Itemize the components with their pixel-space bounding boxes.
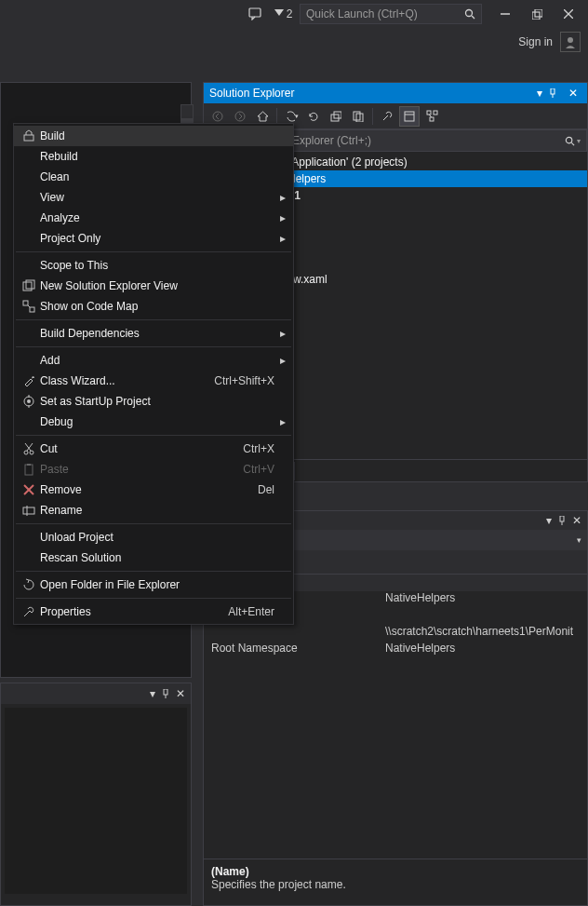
menu-item-rebuild[interactable]: Rebuild — [14, 146, 293, 167]
svg-point-11 — [213, 112, 222, 121]
menu-label: Add — [40, 354, 274, 367]
menu-separator — [16, 319, 291, 320]
menu-item-open-folder-in-file-explorer[interactable]: Open Folder in File Explorer — [14, 575, 293, 595]
menu-label: Project Only — [40, 232, 274, 245]
new-view-icon — [18, 279, 40, 292]
svg-rect-21 — [430, 117, 434, 121]
pin-icon[interactable] — [548, 88, 565, 98]
avatar[interactable] — [560, 32, 581, 52]
properties-button[interactable] — [377, 106, 397, 127]
menu-item-clean[interactable]: Clean — [14, 167, 293, 187]
svg-rect-4 — [532, 12, 540, 20]
panel-close-icon[interactable]: ✕ — [176, 687, 185, 700]
search-icon — [464, 8, 475, 20]
paste-icon — [18, 463, 40, 476]
svg-point-44 — [30, 451, 33, 454]
dropdown-icon[interactable]: ▾ — [577, 535, 581, 545]
output-panel: ▾ ✕ — [0, 683, 192, 906]
menu-item-rename[interactable]: Rename — [14, 500, 293, 521]
menu-label: Class Wizard... — [40, 374, 214, 387]
folder-icon — [18, 578, 40, 591]
signin-row: Sign in — [0, 28, 588, 56]
property-desc-text: Specifies the project name. — [211, 878, 580, 891]
svg-rect-48 — [27, 464, 31, 466]
panel-close-icon[interactable]: ✕ — [565, 87, 581, 100]
signin-link[interactable]: Sign in — [518, 35, 553, 48]
menu-item-add[interactable]: Add▸ — [14, 350, 293, 371]
menu-item-set-as-startup-project[interactable]: Set as StartUp Project — [14, 391, 293, 412]
menu-label: Scope to This — [40, 259, 274, 272]
menu-item-properties[interactable]: PropertiesAlt+Enter — [14, 602, 293, 622]
properties-row[interactable]: \\scratch2\scratch\harneets1\PerMonit — [204, 625, 587, 642]
menu-item-new-solution-explorer-view[interactable]: New Solution Explorer View — [14, 276, 293, 296]
collapse-all-button[interactable] — [326, 106, 346, 127]
refresh-button[interactable] — [303, 106, 324, 127]
project-context-menu: BuildRebuildCleanView▸Analyze▸Project On… — [13, 123, 294, 625]
menu-item-build[interactable]: Build — [14, 126, 293, 146]
title-bar: 2 Quick Launch (Ctrl+Q) — [0, 0, 588, 28]
minimize-button[interactable] — [491, 3, 519, 25]
menu-item-class-wizard[interactable]: Class Wizard...Ctrl+Shift+X — [14, 371, 293, 391]
submenu-arrow-icon: ▸ — [274, 354, 286, 367]
pin-icon[interactable] — [557, 516, 567, 525]
view-class-diagram-button[interactable] — [421, 106, 442, 127]
submenu-arrow-icon: ▸ — [274, 211, 286, 224]
panel-dropdown-icon[interactable]: ▾ — [531, 87, 548, 100]
menu-item-show-on-code-map[interactable]: Show on Code Map — [14, 296, 293, 317]
menu-label: Rescan Solution — [40, 551, 274, 564]
svg-rect-31 — [164, 689, 167, 695]
notification-badge[interactable]: 2 — [270, 7, 296, 20]
feedback-icon[interactable] — [244, 3, 266, 25]
menu-separator — [16, 523, 291, 524]
notification-count: 2 — [287, 7, 293, 20]
submenu-arrow-icon: ▸ — [274, 232, 286, 245]
menu-item-debug[interactable]: Debug▸ — [14, 412, 293, 432]
menu-item-remove[interactable]: RemoveDel — [14, 480, 293, 500]
svg-rect-5 — [535, 9, 542, 17]
menu-item-scope-to-this[interactable]: Scope to This — [14, 255, 293, 276]
quick-launch-placeholder: Quick Launch (Ctrl+Q) — [306, 7, 418, 20]
svg-rect-20 — [434, 111, 437, 115]
solution-explorer-header[interactable]: Solution Explorer ▾ ✕ — [204, 83, 587, 103]
menu-label: Unload Project — [40, 531, 274, 544]
menu-shortcut: Ctrl+X — [243, 442, 274, 455]
panel-dropdown-icon[interactable]: ▾ — [150, 687, 155, 700]
svg-rect-51 — [23, 507, 34, 514]
pin-icon[interactable] — [161, 689, 170, 698]
menu-label: Remove — [40, 483, 258, 496]
panel-title: Solution Explorer — [209, 87, 531, 100]
svg-rect-17 — [405, 112, 414, 121]
props-icon — [18, 605, 40, 618]
output-panel-header[interactable]: ▾ ✕ — [1, 683, 191, 704]
submenu-arrow-icon: ▸ — [274, 327, 286, 340]
menu-item-view[interactable]: View▸ — [14, 187, 293, 208]
menu-separator — [16, 598, 291, 599]
menu-item-unload-project[interactable]: Unload Project — [14, 527, 293, 548]
panel-close-icon[interactable]: ✕ — [572, 514, 581, 527]
menu-item-cut[interactable]: CutCtrl+X — [14, 439, 293, 459]
show-all-files-button[interactable] — [348, 106, 368, 127]
menu-separator — [16, 346, 291, 347]
menu-item-rescan-solution[interactable]: Rescan Solution — [14, 548, 293, 568]
menu-item-paste: PasteCtrl+V — [14, 459, 293, 480]
menu-item-analyze[interactable]: Analyze▸ — [14, 208, 293, 228]
cut-icon — [18, 442, 40, 455]
menu-label: Paste — [40, 463, 243, 476]
menu-label: Cut — [40, 442, 243, 455]
close-button[interactable] — [555, 3, 582, 25]
svg-point-23 — [566, 137, 571, 142]
quick-launch-input[interactable]: Quick Launch (Ctrl+Q) — [300, 4, 482, 24]
menu-item-build-dependencies[interactable]: Build Dependencies▸ — [14, 323, 293, 344]
panel-dropdown-icon[interactable]: ▾ — [546, 514, 552, 527]
menu-label: Debug — [40, 415, 274, 428]
output-panel-body[interactable] — [5, 708, 187, 894]
svg-rect-29 — [560, 516, 564, 521]
properties-row[interactable]: Root NamespaceNativeHelpers — [204, 642, 587, 658]
svg-point-1 — [466, 10, 473, 17]
svg-line-38 — [28, 305, 30, 307]
preview-button[interactable] — [399, 106, 420, 127]
svg-line-24 — [571, 142, 574, 145]
menu-item-project-only[interactable]: Project Only▸ — [14, 228, 293, 249]
restore-button[interactable] — [523, 3, 551, 25]
svg-point-8 — [568, 37, 573, 43]
